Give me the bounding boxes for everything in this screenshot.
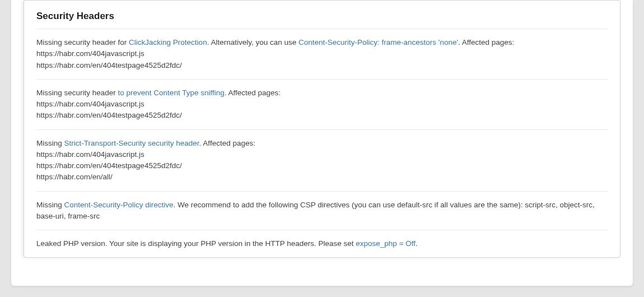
item-prefix: Leaked PHP version. Your site is display… <box>36 239 356 248</box>
affected-page-url: https://habr.com/404javascript.js <box>36 149 608 160</box>
affected-page-url: https://habr.com/en/404testpage4525d2fdc… <box>36 110 608 121</box>
affected-page-url: https://habr.com/404javascript.js <box>36 48 608 59</box>
item-text: Missing security header to prevent Conte… <box>36 87 608 99</box>
item-suffix: . Affected pages: <box>225 89 281 97</box>
item-link[interactable]: Strict-Transport-Security security heade… <box>64 139 199 147</box>
item-suffix: . Affected pages: <box>199 139 255 147</box>
security-item: Missing security header to prevent Conte… <box>36 80 608 130</box>
item-link[interactable]: to prevent Content Type sniffing <box>118 89 225 97</box>
item-link[interactable]: ClickJacking Protection <box>129 38 207 47</box>
item-link[interactable]: expose_php = Off <box>356 239 416 248</box>
affected-page-url: https://habr.com/en/404testpage4525d2fdc… <box>36 60 608 71</box>
affected-page-url: https://habr.com/404javascript.js <box>36 99 608 110</box>
security-item: Leaked PHP version. Your site is display… <box>36 230 608 249</box>
security-item: Missing Strict-Transport-Security securi… <box>36 130 608 192</box>
item-midtext: . Alternatively, you can use <box>207 38 298 47</box>
security-headers-panel: Security Headers Missing security header… <box>24 0 620 258</box>
affected-page-url: https://habr.com/en/all/ <box>36 171 608 183</box>
item-link[interactable]: Content-Security-Policy directive <box>64 201 174 209</box>
item-prefix: Missing <box>36 201 64 209</box>
item-text: Leaked PHP version. Your site is display… <box>36 238 608 249</box>
items-container: Missing security header for ClickJacking… <box>36 29 608 249</box>
item-text: Missing Content-Security-Policy directiv… <box>36 199 608 222</box>
item-link-secondary[interactable]: Content-Security-Policy: frame-ancestors… <box>298 38 458 47</box>
item-prefix: Missing security header <box>36 89 118 97</box>
item-text: Missing security header for ClickJacking… <box>36 37 608 48</box>
content-card: Security Headers Missing security header… <box>11 0 633 286</box>
panel-title: Security Headers <box>36 11 608 29</box>
item-prefix: Missing <box>36 139 64 147</box>
affected-page-url: https://habr.com/en/404testpage4525d2fdc… <box>36 160 608 171</box>
item-prefix: Missing security header for <box>36 38 129 47</box>
item-suffix: . <box>416 239 418 248</box>
security-item: Missing security header for ClickJacking… <box>36 29 608 80</box>
security-item: Missing Content-Security-Policy directiv… <box>36 192 608 231</box>
item-suffix: . Affected pages: <box>458 38 514 47</box>
item-text: Missing Strict-Transport-Security securi… <box>36 138 608 149</box>
